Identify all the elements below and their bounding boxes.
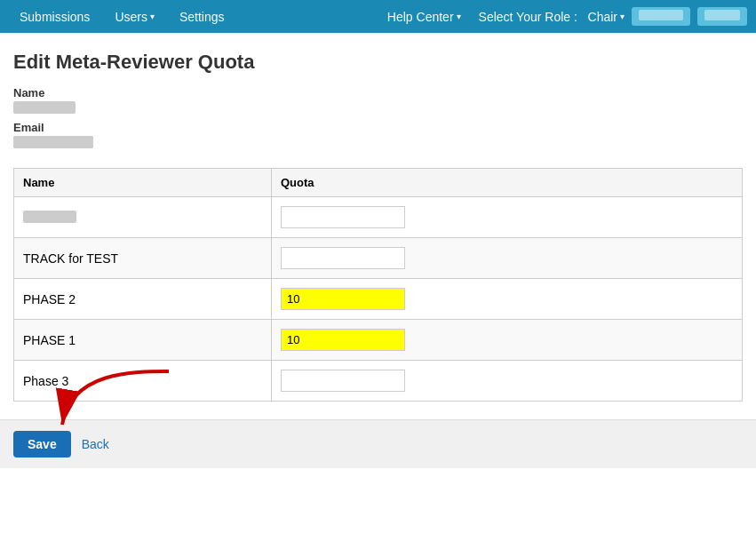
back-label: Back: [82, 437, 109, 451]
row-name-cell: [14, 197, 272, 238]
navbar: Submissions Users ▾ Settings Help Center…: [0, 0, 756, 33]
quota-input[interactable]: [281, 206, 405, 228]
name-label: Name: [13, 86, 743, 99]
quota-input[interactable]: [281, 370, 405, 392]
row-quota-cell: [272, 238, 743, 279]
chair-label: Chair: [588, 10, 617, 24]
nav-right: Help Center ▾ Select Your Role : Chair ▾: [377, 4, 747, 29]
back-link[interactable]: Back: [82, 437, 109, 451]
select-role-label: Select Your Role :: [479, 10, 577, 24]
table-row: Phase 3: [14, 361, 743, 402]
table-row: TRACK for TEST: [14, 238, 743, 279]
email-section: Email: [13, 121, 743, 155]
col-header-name: Name: [14, 169, 272, 197]
table-row: PHASE 2: [14, 279, 743, 320]
name-value-blur: [13, 101, 76, 114]
quota-input[interactable]: [281, 329, 405, 351]
row-name-cell: PHASE 1: [14, 320, 272, 361]
col-header-quota: Quota: [272, 169, 743, 197]
table-row: [14, 197, 743, 238]
users-dropdown-arrow: ▾: [150, 12, 155, 21]
nav-users[interactable]: Users ▾: [104, 4, 165, 29]
nav-help-center[interactable]: Help Center ▾: [377, 4, 472, 29]
row-name-cell: TRACK for TEST: [14, 238, 272, 279]
select-role-text: Select Your Role : Chair ▾: [479, 10, 625, 24]
row-name-cell: PHASE 2: [14, 279, 272, 320]
table-row: PHASE 1: [14, 320, 743, 361]
quota-input[interactable]: [281, 288, 405, 310]
user-pill-2[interactable]: [697, 7, 747, 26]
email-label: Email: [13, 121, 743, 134]
page-content: Edit Meta-Reviewer Quota Name Email Name…: [0, 33, 756, 419]
row-name-cell: Phase 3: [14, 361, 272, 402]
user-pill-2-blur: [704, 10, 740, 20]
nav-submissions[interactable]: Submissions: [9, 4, 100, 29]
settings-label: Settings: [179, 10, 225, 24]
page-title: Edit Meta-Reviewer Quota: [13, 51, 743, 74]
user-pill-blur: [639, 10, 683, 20]
nav-left: Submissions Users ▾ Settings: [9, 4, 235, 29]
email-value-blur: [13, 136, 93, 148]
nav-settings[interactable]: Settings: [169, 4, 235, 29]
help-center-dropdown-arrow: ▾: [457, 12, 461, 21]
name-section: Name: [13, 86, 743, 121]
save-button[interactable]: Save: [13, 431, 71, 458]
nav-chair[interactable]: Chair ▾: [588, 10, 625, 24]
quota-input[interactable]: [281, 247, 405, 269]
chair-dropdown-arrow: ▾: [620, 12, 625, 21]
user-pill[interactable]: [632, 7, 690, 26]
help-center-label: Help Center: [387, 10, 454, 24]
row-quota-cell: [272, 320, 743, 361]
row-quota-cell: [272, 197, 743, 238]
row-quota-cell: [272, 279, 743, 320]
save-label: Save: [28, 437, 57, 451]
users-label: Users: [115, 10, 147, 24]
row-quota-cell: [272, 361, 743, 402]
row-name-blur: [23, 211, 76, 223]
submissions-label: Submissions: [20, 10, 90, 24]
footer-bar: Save Back: [0, 419, 756, 468]
quota-table: Name Quota TRACK for TESTPHASE 2PHASE 1P…: [13, 168, 743, 402]
